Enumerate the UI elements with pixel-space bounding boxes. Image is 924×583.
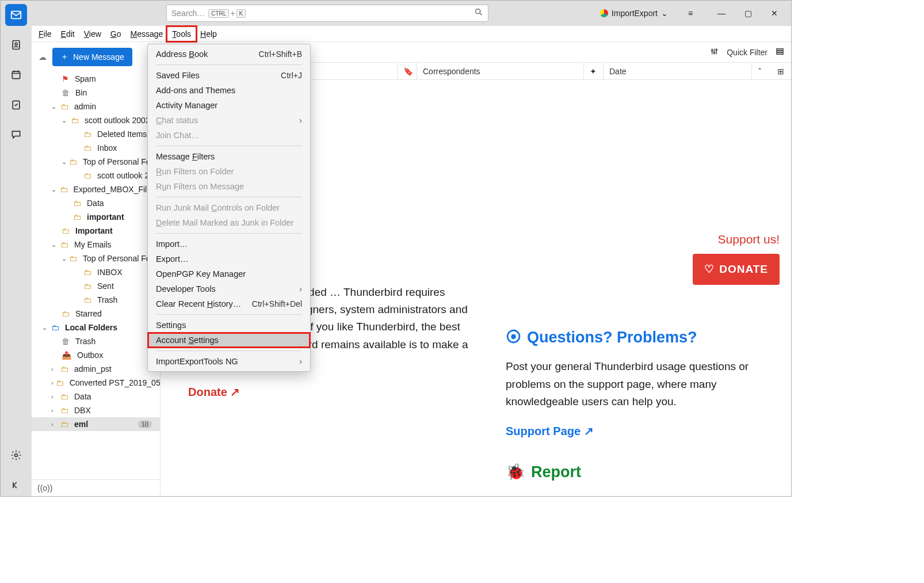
col-sort[interactable]: ˄ <box>752 63 772 79</box>
folder-deleted-items[interactable]: 🗀Deleted Items <box>32 127 160 141</box>
chevron-down-icon[interactable]: ⌄ <box>62 158 67 166</box>
folder-important-lc[interactable]: 🗀important <box>32 210 160 224</box>
chevron-right-icon[interactable]: › <box>51 365 58 372</box>
menu-settings[interactable]: Settings <box>148 318 310 333</box>
col-date[interactable]: Date <box>604 63 752 79</box>
collapse-space-icon[interactable] <box>5 474 27 496</box>
folder-eml[interactable]: ›🗀eml10 <box>32 417 160 431</box>
menu-importexporttools[interactable]: ImportExportTools NG› <box>148 354 310 369</box>
chevron-down-icon[interactable]: ⌄ <box>51 186 58 193</box>
title-bar: Search… CTRL + K ImportExport ⌄ ≡ — ▢ ✕ <box>32 1 791 26</box>
addressbook-space-icon[interactable] <box>5 34 27 56</box>
menu-openpgp[interactable]: OpenPGP Key Manager <box>148 266 310 281</box>
chevron-down-icon[interactable]: ⌄ <box>42 324 49 331</box>
new-message-button[interactable]: ＋ New Message <box>52 48 132 66</box>
global-search-input[interactable]: Search… CTRL + K <box>166 5 488 22</box>
folder-sent[interactable]: 🗀Sent <box>32 279 160 293</box>
folder-tree[interactable]: ⚑Spam 🗑Bin ⌄🗀admin ⌄🗀scott outlook 2003 … <box>32 72 160 479</box>
col-picker[interactable]: ⊞ <box>772 63 791 79</box>
folder-spam[interactable]: ⚑Spam <box>32 72 160 86</box>
folder-data1[interactable]: 🗀Data <box>32 196 160 210</box>
menu-devtools[interactable]: Developer Tools› <box>148 281 310 296</box>
folder-scott200[interactable]: 🗀scott outlook 20… <box>32 169 160 182</box>
minimize-button[interactable]: — <box>708 1 735 26</box>
menu-export[interactable]: Export… <box>148 252 310 266</box>
app-window: Search… CTRL + K ImportExport ⌄ ≡ — ▢ ✕ <box>0 0 792 497</box>
importexport-toolbar-button[interactable]: ImportExport ⌄ <box>595 6 673 20</box>
maximize-button[interactable]: ▢ <box>735 1 761 26</box>
col-correspondents[interactable]: Correspondents <box>417 63 584 79</box>
menu-saved-files[interactable]: Saved FilesCtrl+J <box>148 68 310 83</box>
folder-admin-pst[interactable]: ›🗀admin_pst <box>32 362 160 376</box>
get-messages-icon[interactable]: ☁ <box>39 52 47 62</box>
chevron-down-icon[interactable]: ⌄ <box>62 117 68 124</box>
folder-starred[interactable]: 🗀Starred <box>32 307 160 321</box>
folder-admin[interactable]: ⌄🗀admin <box>32 100 160 113</box>
mail-space-icon[interactable] <box>5 4 27 26</box>
outbox-icon: 📤 <box>62 350 71 360</box>
menu-help[interactable]: Help <box>196 27 222 41</box>
chevron-right-icon[interactable]: › <box>51 393 58 400</box>
display-options-icon[interactable] <box>776 47 784 58</box>
menu-message-filters[interactable]: Message Filters <box>148 149 310 164</box>
status-bar-sync-icon[interactable]: ((o)) <box>32 479 160 496</box>
col-flag[interactable]: 🔖 <box>398 63 417 79</box>
menu-import[interactable]: Import… <box>148 237 310 252</box>
folder-scott2003[interactable]: ⌄🗀scott outlook 2003 <box>32 113 160 127</box>
donate-link[interactable]: Donate ↗ <box>188 383 471 401</box>
donate-button[interactable]: ♡DONATE <box>693 254 780 285</box>
chevron-down-icon[interactable]: ⌄ <box>62 255 67 262</box>
folder-outbox[interactable]: 📤Outbox <box>32 348 160 362</box>
column-picker-icon: ⊞ <box>777 67 784 76</box>
col-attach[interactable]: ✦ <box>584 63 604 79</box>
chevron-right-icon[interactable]: › <box>51 407 58 414</box>
chevron-down-icon[interactable]: ⌄ <box>51 103 58 110</box>
folder-exported[interactable]: ⌄🗀Exported_MBOX_Files <box>32 182 160 196</box>
menu-address-book[interactable]: Address BookCtrl+Shift+B <box>148 47 310 62</box>
folder-icon: 🗀 <box>83 171 91 180</box>
svg-point-8 <box>713 52 715 54</box>
menu-message[interactable]: Message <box>126 27 168 41</box>
folder-inbox-uc[interactable]: 🗀INBOX <box>32 265 160 279</box>
menu-clear-history[interactable]: Clear Recent History…Ctrl+Shift+Del <box>148 296 310 311</box>
folder-trash2[interactable]: 🗑Trash <box>32 334 160 348</box>
folder-myemails[interactable]: ⌄🗀My Emails <box>32 238 160 252</box>
plus-icon: ＋ <box>60 52 68 62</box>
chat-space-icon[interactable] <box>5 124 27 146</box>
settings-space-icon[interactable] <box>5 444 27 466</box>
folder-dbx[interactable]: ›🗀DBX <box>32 403 160 417</box>
quick-filter-icon[interactable] <box>710 47 719 58</box>
folder-icon: 🗀 <box>60 102 68 111</box>
chevron-right-icon[interactable]: › <box>51 421 58 428</box>
menu-file[interactable]: File <box>34 27 56 41</box>
folder-important-uc[interactable]: 🗀Important <box>32 224 160 238</box>
menu-activity[interactable]: Activity Manager <box>148 98 310 113</box>
appmenu-button[interactable]: ≡ <box>677 1 704 26</box>
folder-inbox[interactable]: 🗀Inbox <box>32 141 160 155</box>
quick-filter-label[interactable]: Quick Filter <box>727 48 768 57</box>
menu-go[interactable]: Go <box>106 27 126 41</box>
folder-top-pf1[interactable]: ⌄🗀Top of Personal Fol… <box>32 155 160 169</box>
folder-data2[interactable]: ›🗀Data <box>32 390 160 403</box>
local-folders[interactable]: ⌄🗀Local Folders <box>32 321 160 334</box>
folder-bin[interactable]: 🗑Bin <box>32 86 160 100</box>
menu-tools[interactable]: Tools <box>167 27 196 41</box>
external-link-icon: ↗ <box>584 425 594 437</box>
chevron-right-icon[interactable]: › <box>51 379 54 386</box>
chevron-down-icon[interactable]: ⌄ <box>51 241 58 249</box>
close-button[interactable]: ✕ <box>761 1 788 26</box>
menu-addons[interactable]: Add-ons and Themes <box>148 83 310 98</box>
search-icon[interactable] <box>474 7 483 19</box>
menu-view[interactable]: View <box>79 27 106 41</box>
trash-icon: 🗑 <box>62 337 70 346</box>
support-page-link[interactable]: Support Page ↗ <box>506 422 780 440</box>
kbd-k: K <box>236 9 246 18</box>
menu-edit[interactable]: Edit <box>56 27 79 41</box>
calendar-space-icon[interactable] <box>5 64 27 86</box>
folder-trash1[interactable]: 🗀Trash <box>32 293 160 307</box>
folder-converted[interactable]: ›🗀Converted PST_2019_05… <box>32 376 160 390</box>
tasks-space-icon[interactable] <box>5 94 27 116</box>
svg-rect-3 <box>12 71 20 79</box>
menu-account-settings[interactable]: Account Settings <box>148 333 310 348</box>
folder-top-pf2[interactable]: ⌄🗀Top of Personal Fol… <box>32 252 160 265</box>
